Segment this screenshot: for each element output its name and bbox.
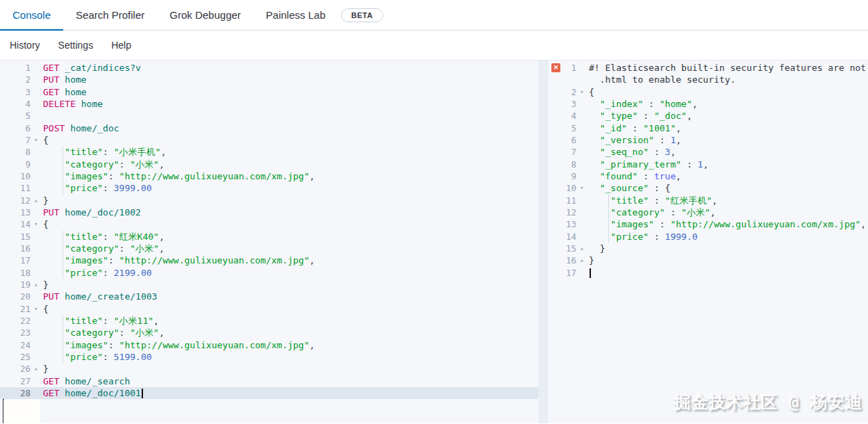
- code-line: 15▴ }: [549, 243, 868, 254]
- tab-search-profiler[interactable]: Search Profiler: [63, 0, 157, 30]
- fold-gutter: [31, 254, 42, 266]
- fold-gutter: [576, 122, 587, 134]
- fold-gutter: [31, 158, 42, 170]
- fold-toggle-icon[interactable]: ▾: [31, 134, 42, 146]
- code-line: 8 "_primary_term" : 1,: [549, 158, 868, 170]
- code-line: 7▾{: [0, 134, 538, 146]
- code-text: "_index" : "home",: [587, 98, 868, 110]
- fold-toggle-icon[interactable]: ▴: [576, 243, 587, 254]
- code-text: .html to enable security.: [587, 74, 868, 85]
- code-text: "images" : "http://www.gulixueyuan.com/x…: [587, 218, 868, 230]
- fold-gutter: [576, 218, 587, 230]
- code-line: 19▴}: [0, 279, 538, 291]
- fold-toggle-icon[interactable]: ▴: [31, 279, 42, 291]
- code-line: 2▾{: [549, 86, 868, 98]
- line-number: 12: [0, 195, 31, 206]
- code-text: "category": "小米",: [42, 243, 538, 254]
- line-number: 8: [549, 158, 576, 170]
- menu-help[interactable]: Help: [111, 40, 131, 51]
- code-text: GET home: [42, 86, 538, 98]
- line-number: 12: [549, 206, 576, 218]
- line-number: [549, 74, 576, 85]
- indent-guide: [62, 158, 63, 170]
- line-number: 6: [0, 122, 31, 134]
- code-line: 13 "images" : "http://www.gulixueyuan.co…: [549, 218, 868, 230]
- fold-toggle-icon[interactable]: ▴: [31, 363, 42, 375]
- code-text: "_type" : "_doc",: [587, 110, 868, 122]
- line-number: 17: [549, 267, 576, 279]
- code-text: [587, 267, 868, 279]
- code-text: }: [42, 363, 538, 375]
- code-line: 23 "category": "小米",: [0, 327, 538, 339]
- code-line: 7 "_seq_no" : 3,: [549, 146, 868, 158]
- fold-toggle-icon[interactable]: ▾: [576, 182, 587, 194]
- fold-gutter: [31, 267, 42, 279]
- code-line: 5 "_id" : "1001",: [549, 122, 868, 134]
- code-line: 22 "title": "小米11",: [0, 315, 538, 327]
- line-number: 5: [549, 122, 576, 134]
- code-text: PUT home/_doc/1002: [42, 206, 538, 218]
- menu-settings[interactable]: Settings: [58, 40, 94, 51]
- line-number: 15: [0, 231, 31, 243]
- code-text: "title" : "红米手机",: [587, 195, 868, 206]
- code-text: "category": "小米",: [42, 158, 538, 170]
- code-text: "_seq_no" : 3,: [587, 146, 868, 158]
- code-text: "images": "http://www.gulixueyuan.com/xm…: [42, 254, 538, 266]
- code-line: 11 "price": 3999.00: [0, 182, 538, 194]
- code-line: 1GET _cat/indices?v: [0, 62, 538, 74]
- console-split-view: 1GET _cat/indices?v2PUT home3GET home4DE…: [0, 60, 868, 423]
- line-number: 17: [0, 254, 31, 266]
- line-number: 10: [549, 182, 576, 194]
- code-text: }: [587, 243, 868, 254]
- fold-gutter: [576, 206, 587, 218]
- code-line: 8 "title": "小米手机",: [0, 146, 538, 158]
- code-text: "images": "http://www.gulixueyuan.com/xm…: [42, 339, 538, 351]
- code-text: #! Elasticsearch built-in security featu…: [587, 62, 868, 74]
- fold-toggle-icon[interactable]: ▴: [31, 195, 42, 206]
- fold-toggle-icon[interactable]: ▴: [576, 254, 587, 266]
- request-editor[interactable]: 1GET _cat/indices?v2PUT home3GET home4DE…: [0, 60, 538, 423]
- code-text: "_id" : "1001",: [587, 122, 868, 134]
- code-text: {: [587, 86, 868, 98]
- indent-guide: [608, 195, 609, 206]
- line-number: 5: [0, 110, 31, 122]
- line-number: 21: [0, 303, 31, 315]
- fold-gutter: [31, 243, 42, 254]
- tab-painless-lab[interactable]: Painless Lab: [253, 0, 338, 30]
- line-number: 25: [0, 351, 31, 363]
- line-number: 18: [0, 267, 31, 279]
- line-number: 6: [549, 134, 576, 146]
- code-line: 24 "images": "http://www.gulixueyuan.com…: [0, 339, 538, 351]
- fold-gutter: [31, 74, 42, 85]
- fold-gutter: [31, 387, 42, 399]
- code-text: "title": "小米11",: [42, 315, 538, 327]
- code-line: 14 "price" : 1999.0: [549, 231, 868, 243]
- code-line: 20PUT home/_create/1003: [0, 291, 538, 302]
- code-line: ✕1#! Elasticsearch built-in security fea…: [549, 62, 868, 74]
- code-line: 21▾{: [0, 303, 538, 315]
- indent-guide: [608, 231, 609, 243]
- code-text: PUT home/_create/1003: [42, 291, 538, 302]
- code-line: 3 "_index" : "home",: [549, 98, 868, 110]
- fold-gutter: [31, 315, 42, 327]
- text-cursor: [142, 389, 143, 398]
- line-number: 2: [549, 86, 576, 98]
- background-artifact: [3, 400, 40, 423]
- tab-console[interactable]: Console: [0, 0, 63, 30]
- code-text: PUT home: [42, 74, 538, 85]
- line-number: 11: [549, 195, 576, 206]
- line-number: 13: [549, 218, 576, 230]
- line-number: 3: [0, 86, 31, 98]
- line-number: 19: [0, 279, 31, 291]
- code-text: }: [42, 195, 538, 206]
- fold-toggle-icon[interactable]: ▾: [31, 303, 42, 315]
- fold-gutter: [576, 62, 587, 74]
- fold-toggle-icon[interactable]: ▾: [576, 86, 587, 98]
- code-text: "price": 2199.00: [42, 267, 538, 279]
- fold-toggle-icon[interactable]: ▾: [31, 218, 42, 230]
- line-number: 20: [0, 291, 31, 302]
- panel-resize-handle[interactable]: [538, 60, 549, 423]
- response-panel[interactable]: ✕1#! Elasticsearch built-in security fea…: [549, 60, 868, 423]
- menu-history[interactable]: History: [10, 40, 40, 51]
- tab-grok-debugger[interactable]: Grok Debugger: [157, 0, 253, 30]
